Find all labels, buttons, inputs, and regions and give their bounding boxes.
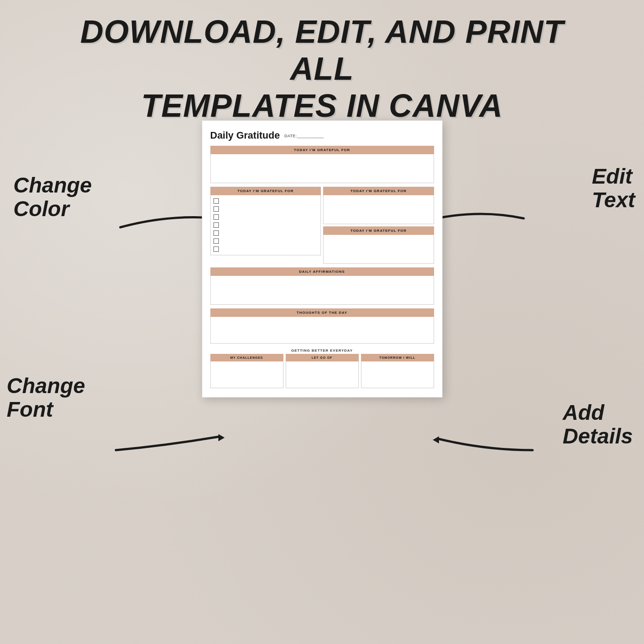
affirmations-bar: DAILY AFFIRMATIONS xyxy=(210,267,434,276)
top-grateful-section: TODAY I'M GRATEFUL FOR xyxy=(210,146,434,183)
checkbox-item-7 xyxy=(213,245,318,253)
tomorrow-bar: TOMORROW I WILL xyxy=(361,354,434,361)
date-field: DATE:___________ xyxy=(284,134,324,138)
letgo-content xyxy=(286,361,359,388)
checkbox-4 xyxy=(213,222,219,228)
left-column: TODAY I'M GRATEFUL FOR xyxy=(210,187,321,264)
getting-better-label: GETTING BETTER EVERYDAY xyxy=(210,347,434,354)
affirmations-content xyxy=(210,276,434,305)
checkbox-item-5 xyxy=(213,229,318,237)
left-grateful-bar: TODAY I'M GRATEFUL FOR xyxy=(210,187,321,195)
thoughts-bar: THOUGHTS OF THE DAY xyxy=(210,308,434,317)
tomorrow-section: TOMORROW I WILL xyxy=(361,354,434,388)
header-line1: DOWNLOAD, EDIT, AND PRINT ALL xyxy=(80,14,564,86)
right-top-bar: TODAY I'M GRATEFUL FOR xyxy=(323,187,434,195)
checkbox-item-2 xyxy=(213,205,318,213)
checkbox-item-4 xyxy=(213,221,318,229)
edit-text-label: EditText xyxy=(592,165,635,212)
challenges-section: MY CHALLENGES xyxy=(210,354,283,388)
top-grateful-bar: TODAY I'M GRATEFUL FOR xyxy=(210,146,434,154)
thoughts-content xyxy=(210,317,434,344)
affirmations-section: DAILY AFFIRMATIONS xyxy=(210,267,434,305)
tomorrow-content xyxy=(361,361,434,388)
right-column: TODAY I'M GRATEFUL FOR TODAY I'M GRATEFU… xyxy=(323,187,434,264)
svg-marker-3 xyxy=(433,436,439,443)
challenges-content xyxy=(210,361,283,388)
letgo-bar: LET GO OF xyxy=(286,354,359,361)
add-details-label: AddDetails xyxy=(563,401,633,448)
checkbox-3 xyxy=(213,214,219,220)
middle-section: TODAY I'M GRATEFUL FOR TODAY I'M GRATEFU… xyxy=(210,187,434,264)
three-column-section: MY CHALLENGES LET GO OF TOMORROW I WILL xyxy=(210,354,434,388)
checkbox-5 xyxy=(213,230,219,236)
checkbox-7 xyxy=(213,246,219,252)
svg-marker-2 xyxy=(218,434,225,441)
getting-better-section: GETTING BETTER EVERYDAY MY CHALLENGES LE… xyxy=(210,347,434,388)
top-grateful-content xyxy=(210,154,434,183)
document-title: Daily Gratitude xyxy=(210,130,280,141)
thoughts-section: THOUGHTS OF THE DAY xyxy=(210,308,434,344)
change-font-label: ChangeFont xyxy=(7,374,85,422)
title-row: Daily Gratitude DATE:___________ xyxy=(210,130,434,142)
challenges-bar: MY CHALLENGES xyxy=(210,354,283,361)
gratitude-document: Daily Gratitude DATE:___________ TODAY I… xyxy=(202,120,443,398)
right-bottom-content xyxy=(323,235,434,264)
checkbox-item-6 xyxy=(213,237,318,245)
checkbox-2 xyxy=(213,206,219,212)
checkbox-list xyxy=(210,195,321,255)
checkbox-item-1 xyxy=(213,197,318,205)
right-bottom-section: TODAY I'M GRATEFUL FOR xyxy=(323,226,434,264)
right-top-content xyxy=(323,195,434,224)
checkbox-1 xyxy=(213,198,219,204)
checkbox-6 xyxy=(213,238,219,244)
checkbox-item-3 xyxy=(213,213,318,221)
letgo-section: LET GO OF xyxy=(286,354,359,388)
change-color-label: ChangeColor xyxy=(13,174,92,221)
right-bottom-bar: TODAY I'M GRATEFUL FOR xyxy=(323,226,434,235)
right-top-section: TODAY I'M GRATEFUL FOR xyxy=(323,187,434,224)
